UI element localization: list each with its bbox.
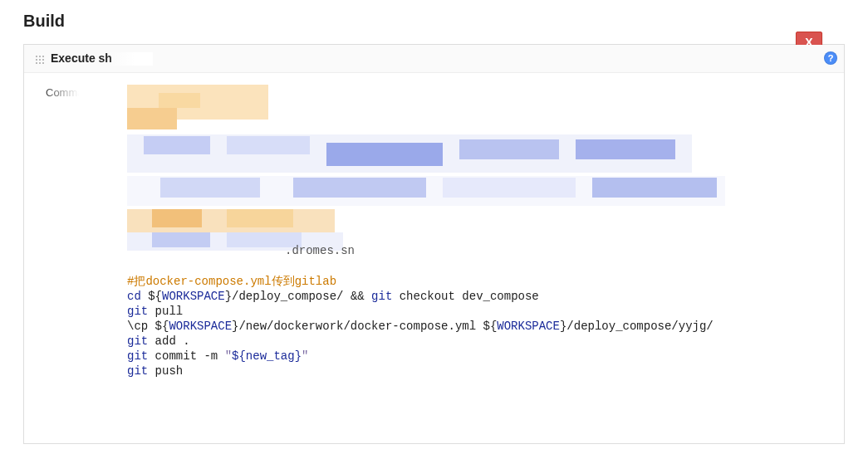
step-header[interactable]: Execute sh ?	[24, 45, 844, 73]
build-step-execute-shell: Execute sh ? Comma	[24, 45, 844, 442]
shell-command-code[interactable]: #把docker-compose.yml传到gitlab cd ${WORKSP…	[127, 259, 714, 393]
censored-code-overlay	[127, 85, 725, 255]
build-panel: X Execute sh ? Comma	[23, 44, 845, 444]
help-icon[interactable]: ?	[824, 51, 837, 65]
command-field-label: Comma	[46, 85, 127, 103]
step-title: Execute sh	[51, 51, 153, 66]
command-textarea[interactable]: .dromes.sn #把docker-compose.yml传到gitlab …	[127, 85, 834, 442]
censored-trailing-text: .dromes.sn	[285, 244, 355, 257]
drag-handle-icon[interactable]	[34, 54, 44, 64]
build-section-title: Build	[23, 12, 845, 31]
